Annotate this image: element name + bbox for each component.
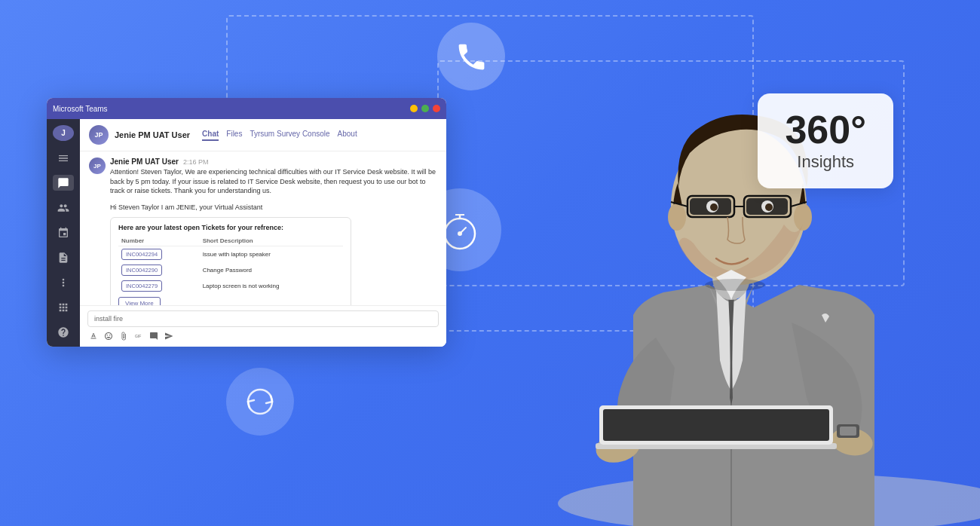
sync-icon [242,384,278,420]
bot-greeting: Hi Steven Taylor I am JENIE, your Virtua… [110,203,437,211]
chat-user-name: Jenie PM UAT User [115,130,190,139]
sticker-icon[interactable] [148,330,160,342]
message-text-1: Attention! Steven Taylor, We are experie… [110,167,437,196]
sidebar-item-more[interactable] [53,275,74,291]
phone-circle [437,23,505,90]
sidebar-item-chat[interactable] [53,175,74,191]
teams-sidebar: J [47,119,80,347]
message-sender-1: Jenie PM UAT User [110,157,179,166]
sidebar-item-calendar[interactable] [53,225,74,240]
close-button[interactable] [433,105,440,112]
svg-point-4 [458,232,461,235]
sync-circle [226,368,294,436]
ticket-row-2: INC0042290 Change Password [118,262,343,278]
ticket-number-2[interactable]: INC0042290 [121,265,162,276]
view-more-button[interactable]: View More [118,297,161,305]
minimize-button[interactable] [410,105,418,112]
message-time-1: 2:16 PM [183,158,209,166]
ticket-card: Here are your latest open Tickets for yo… [110,217,351,305]
sidebar-item-apps[interactable] [53,300,74,316]
sidebar-item-teams[interactable] [53,200,74,216]
ticket-row-3: INC0042279 Laptop screen is not working [118,278,343,294]
ticket-card-title: Here are your latest open Tickets for yo… [118,224,343,231]
insights-label: Insights [785,152,866,172]
phone-icon [455,40,488,74]
teams-titlebar: Microsoft Teams [47,98,446,119]
svg-point-21 [765,203,773,211]
emoji-icon[interactable] [103,330,115,342]
window-controls [410,105,440,112]
gif-icon[interactable]: GIF [133,330,145,342]
message-meta-1: Jenie PM UAT User 2:16 PM [110,157,437,166]
teams-window-title: Microsoft Teams [53,105,108,113]
message-content-1: Jenie PM UAT User 2:16 PM Attention! Ste… [110,157,437,196]
chat-toolbar: GIF [87,330,439,342]
ticket-desc-1: Issue with laptop speaker [200,246,343,262]
sidebar-item-activity[interactable] [53,150,74,166]
attach-icon[interactable] [118,330,130,342]
chat-user-avatar: JP [89,125,109,145]
svg-rect-28 [840,427,856,436]
chat-input[interactable] [87,310,439,327]
message-row-1: JP Jenie PM UAT User 2:16 PM Attention! … [89,157,437,196]
col-description: Short Description [200,236,343,246]
ticket-number-1[interactable]: INC0042294 [121,249,162,260]
teams-main: JP Jenie PM UAT User Chat Files Tyrsum S… [80,119,446,347]
svg-point-10 [794,203,812,231]
teams-body: J [47,119,446,347]
svg-point-29 [705,279,765,291]
ticket-desc-3: Laptop screen is not working [200,278,343,294]
tab-about[interactable]: About [338,130,357,141]
ticket-row-1: INC0042294 Issue with laptop speaker [118,246,343,262]
teams-window: Microsoft Teams J [47,98,446,347]
teams-input-area: GIF [80,305,446,347]
insights-badge: 360° Insights [758,93,893,188]
tab-files[interactable]: Files [226,130,242,141]
send-button[interactable] [163,330,175,342]
chat-header-tabs: Chat Files Tyrsum Survey Console About [202,130,357,141]
teams-chat-header: JP Jenie PM UAT User Chat Files Tyrsum S… [80,119,446,151]
svg-point-20 [710,203,718,211]
svg-point-9 [668,203,686,231]
ticket-number-3[interactable]: INC0042279 [121,280,162,292]
tab-tyrsum[interactable]: Tyrsum Survey Console [250,130,329,141]
person-svg [467,21,980,526]
insights-number: 360° [785,110,866,149]
svg-text:GIF: GIF [135,334,141,338]
col-number: Number [118,236,200,246]
sidebar-item-help[interactable] [53,325,74,341]
ticket-table: Number Short Description INC0042294 Issu… [118,236,343,294]
person-image [452,14,980,526]
chat-messages-area[interactable]: JP Jenie PM UAT User 2:16 PM Attention! … [80,151,446,305]
format-icon[interactable] [87,330,100,342]
sidebar-item-files[interactable] [53,250,74,266]
sidebar-avatar[interactable]: J [53,125,74,141]
svg-rect-26 [603,409,829,441]
message-avatar-1: JP [89,157,106,174]
maximize-button[interactable] [421,105,429,112]
ticket-desc-2: Change Password [200,262,343,278]
tab-chat[interactable]: Chat [202,130,219,141]
